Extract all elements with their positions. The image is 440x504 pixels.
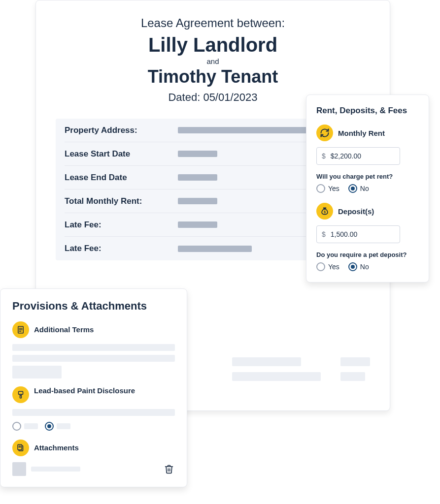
deposits-section: $ Deposit(s) (316, 203, 419, 220)
radio-icon (12, 422, 21, 431)
deposit-input[interactable]: $ 1,500.00 (316, 225, 400, 243)
deposits-label: Deposit(s) (338, 207, 374, 216)
radio-icon (316, 184, 325, 193)
attachment-thumbnail (12, 462, 26, 476)
lead-paint-label: Lead-based Paint Disclosure (34, 386, 135, 396)
lead-paint-section: Lead-based Paint Disclosure (12, 386, 175, 403)
attachments-label: Attachments (34, 443, 79, 453)
field-label: Total Monthly Rent: (65, 196, 178, 206)
party-2-name: Timothy Tenant (56, 66, 370, 87)
trash-icon (164, 464, 174, 474)
monthly-rent-label: Monthly Rent (338, 129, 385, 137)
placeholder-line (12, 409, 175, 416)
cycle-icon (316, 125, 333, 141)
additional-terms-section: Additional Terms (12, 321, 175, 338)
currency-symbol: $ (322, 152, 326, 160)
option-placeholder (57, 423, 70, 429)
field-label: Late Fee: (65, 244, 178, 253)
field-label: Property Address: (65, 126, 178, 135)
svg-text:$: $ (324, 210, 326, 214)
party-1-name: Lilly Landlord (56, 34, 370, 56)
card-heading: Provisions & Attachments (12, 300, 175, 313)
lead-paint-option-1[interactable] (12, 422, 38, 431)
monthly-rent-value: $2,200.00 (331, 152, 361, 160)
monthly-rent-section: Monthly Rent (316, 125, 419, 141)
option-label: Yes (328, 185, 339, 192)
attachment-name-placeholder (31, 467, 80, 472)
pet-deposit-radio-group: Yes No (316, 262, 419, 271)
option-label: No (360, 263, 369, 271)
radio-icon (348, 262, 357, 271)
and-label: and (56, 57, 370, 65)
option-placeholder (24, 423, 38, 429)
pet-deposit-question: Do you require a pet deposit? (316, 251, 419, 258)
radio-icon (45, 422, 54, 431)
additional-terms-label: Additional Terms (34, 325, 94, 335)
placeholder-lines (12, 344, 175, 378)
pet-rent-question: Will you charge pet rent? (316, 173, 419, 180)
option-label: Yes (328, 263, 339, 271)
pet-rent-no-option[interactable]: No (348, 184, 369, 193)
pet-rent-radio-group: Yes No (316, 184, 419, 193)
lead-paint-radio-group (12, 422, 175, 431)
field-label: Late Fee: (65, 220, 178, 230)
attachments-icon (12, 440, 29, 456)
paint-brush-icon (12, 386, 29, 403)
attachments-section: Attachments (12, 440, 175, 456)
pet-deposit-yes-option[interactable]: Yes (316, 262, 339, 271)
delete-attachment-button[interactable] (164, 463, 175, 475)
rent-deposits-fees-card: Rent, Deposits, & Fees Monthly Rent $ $2… (306, 94, 429, 283)
pet-rent-yes-option[interactable]: Yes (316, 184, 339, 193)
attachment-row (12, 462, 175, 476)
option-label: No (360, 185, 369, 192)
field-label: Lease Start Date (65, 149, 178, 159)
monthly-rent-input[interactable]: $ $2,200.00 (316, 147, 400, 165)
pet-deposit-no-option[interactable]: No (348, 262, 369, 271)
currency-symbol: $ (322, 230, 326, 238)
document-icon (12, 321, 29, 338)
svg-rect-6 (20, 396, 22, 398)
card-heading: Rent, Deposits, & Fees (316, 106, 419, 116)
lead-paint-option-2[interactable] (45, 422, 70, 431)
provisions-attachments-card: Provisions & Attachments Additional Term… (0, 288, 187, 487)
deposit-value: 1,500.00 (331, 230, 358, 238)
radio-icon (316, 262, 325, 271)
doc-title: Lease Agreement between: (56, 16, 370, 30)
field-label: Lease End Date (65, 173, 178, 183)
money-bag-icon: $ (316, 203, 333, 220)
radio-icon (348, 184, 357, 193)
svg-rect-5 (19, 391, 23, 394)
